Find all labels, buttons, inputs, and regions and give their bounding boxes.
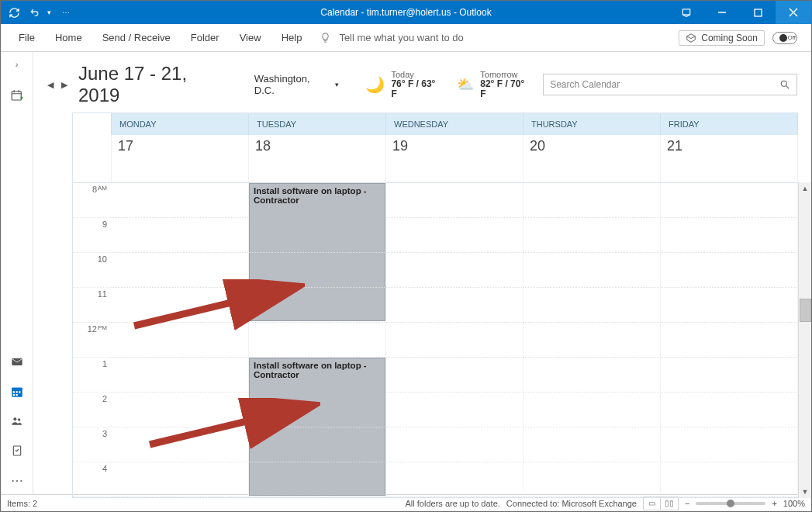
calendar-grid[interactable]: MONDAYTUESDAYWEDNESDAYTHURSDAYFRIDAY1718… bbox=[72, 112, 798, 498]
weather-today[interactable]: 🌙 Today 76° F / 63° F bbox=[365, 70, 443, 99]
time-slot[interactable] bbox=[523, 288, 661, 323]
partly-cloudy-icon: ⛅ bbox=[457, 76, 474, 93]
time-slot[interactable] bbox=[112, 253, 249, 288]
time-slot[interactable] bbox=[249, 462, 386, 497]
chevron-down-icon: ▾ bbox=[335, 81, 339, 88]
prev-week-button[interactable]: ◀ bbox=[47, 80, 54, 90]
time-slot[interactable] bbox=[523, 183, 661, 218]
time-slot[interactable] bbox=[112, 183, 249, 218]
time-slot[interactable] bbox=[661, 462, 798, 497]
maximize-button[interactable] bbox=[740, 1, 776, 24]
coming-soon-toggle[interactable]: Off bbox=[772, 32, 797, 44]
menu-folder[interactable]: Folder bbox=[181, 24, 230, 52]
weather-tomorrow[interactable]: ⛅ Tomorrow 82° F / 70° F bbox=[457, 70, 532, 99]
time-slot[interactable] bbox=[661, 288, 798, 323]
time-slot[interactable]: Install software on laptop - Contractor bbox=[249, 183, 386, 218]
expand-rail-icon[interactable]: › bbox=[9, 57, 25, 72]
time-slot[interactable] bbox=[249, 218, 386, 253]
time-slot[interactable] bbox=[386, 462, 523, 497]
date-number[interactable]: 20 bbox=[523, 135, 661, 182]
tell-me-field[interactable]: Tell me what you want to do bbox=[334, 24, 473, 52]
next-week-button[interactable]: ▶ bbox=[61, 80, 67, 90]
time-slot[interactable] bbox=[523, 358, 661, 393]
zoom-in-button[interactable]: + bbox=[772, 499, 776, 508]
time-slot[interactable] bbox=[661, 323, 798, 358]
search-input[interactable]: Search Calendar bbox=[543, 74, 797, 95]
time-slot[interactable] bbox=[661, 253, 798, 288]
ribbon-display-button[interactable] bbox=[669, 1, 704, 24]
new-event-icon[interactable] bbox=[9, 88, 25, 103]
time-slot[interactable] bbox=[661, 358, 798, 393]
time-slot[interactable] bbox=[112, 358, 249, 393]
time-slot[interactable] bbox=[112, 427, 249, 462]
time-slot[interactable] bbox=[523, 253, 661, 288]
zoom-out-button[interactable]: − bbox=[685, 499, 689, 508]
dow-gutter bbox=[73, 113, 112, 135]
time-slot[interactable] bbox=[386, 393, 523, 427]
svg-line-18 bbox=[786, 86, 790, 89]
time-slot[interactable] bbox=[112, 288, 249, 323]
time-slot[interactable] bbox=[661, 183, 798, 218]
tasks-icon[interactable] bbox=[9, 443, 25, 458]
date-number[interactable]: 18 bbox=[249, 135, 386, 182]
date-number[interactable]: 21 bbox=[661, 135, 798, 182]
time-slot[interactable] bbox=[386, 358, 523, 393]
svg-rect-5 bbox=[12, 92, 21, 100]
coming-soon-button[interactable]: Coming Soon bbox=[679, 30, 765, 46]
time-slot[interactable] bbox=[249, 253, 386, 288]
time-slot[interactable]: Install software on laptop - Contractor bbox=[249, 358, 386, 393]
view-normal-icon[interactable]: ▭ bbox=[644, 497, 661, 510]
time-slot[interactable] bbox=[661, 427, 798, 462]
date-number[interactable]: 19 bbox=[386, 135, 523, 182]
time-slot[interactable] bbox=[249, 288, 386, 323]
time-slot[interactable] bbox=[386, 288, 523, 323]
svg-point-17 bbox=[781, 81, 786, 86]
time-slot[interactable] bbox=[112, 462, 249, 497]
time-slot[interactable] bbox=[112, 393, 249, 427]
time-slot[interactable] bbox=[112, 323, 249, 358]
hour-label: 1 bbox=[73, 358, 112, 393]
calendar-icon[interactable] bbox=[9, 384, 25, 400]
undo-icon[interactable] bbox=[27, 5, 41, 19]
lightbulb-icon[interactable] bbox=[312, 24, 334, 52]
scroll-down-icon[interactable]: ▼ bbox=[802, 486, 809, 498]
minimize-button[interactable] bbox=[704, 1, 740, 24]
time-slot[interactable] bbox=[249, 427, 386, 462]
scroll-up-icon[interactable]: ▲ bbox=[802, 182, 809, 195]
time-slot[interactable] bbox=[661, 393, 798, 427]
time-slot[interactable] bbox=[386, 323, 523, 358]
close-button[interactable] bbox=[776, 1, 811, 24]
time-slot[interactable] bbox=[386, 253, 523, 288]
menu-file[interactable]: File bbox=[9, 24, 45, 52]
zoom-slider[interactable] bbox=[696, 502, 765, 505]
sync-icon[interactable] bbox=[7, 5, 21, 19]
vertical-scrollbar[interactable]: ▲ ▼ bbox=[798, 182, 811, 498]
time-slot[interactable] bbox=[112, 218, 249, 253]
time-slot[interactable] bbox=[523, 323, 661, 358]
time-slot[interactable] bbox=[249, 393, 386, 427]
time-slot[interactable] bbox=[523, 218, 661, 253]
date-number[interactable]: 17 bbox=[112, 135, 249, 182]
time-slot[interactable] bbox=[523, 427, 661, 462]
time-slot[interactable] bbox=[523, 462, 661, 497]
time-slot[interactable] bbox=[386, 427, 523, 462]
view-switcher[interactable]: ▭ ▯▯ bbox=[643, 496, 679, 510]
people-icon[interactable] bbox=[9, 413, 25, 429]
menu-send-receive[interactable]: Send / Receive bbox=[92, 24, 181, 52]
time-slot[interactable] bbox=[386, 218, 523, 253]
location-selector[interactable]: Washington, D.C. ▾ bbox=[254, 73, 340, 96]
qat-overflow-icon[interactable]: ⋯ bbox=[57, 9, 70, 17]
time-slot[interactable] bbox=[386, 183, 523, 218]
time-slot[interactable] bbox=[249, 323, 386, 358]
view-reading-icon[interactable]: ▯▯ bbox=[661, 497, 678, 510]
menu-home[interactable]: Home bbox=[45, 24, 92, 52]
svg-rect-12 bbox=[12, 394, 14, 396]
menu-view[interactable]: View bbox=[230, 24, 271, 52]
time-slot[interactable] bbox=[661, 218, 798, 253]
menu-help[interactable]: Help bbox=[271, 24, 313, 52]
scrollbar-thumb[interactable] bbox=[800, 299, 811, 322]
qat-chevron-icon[interactable]: ▾ bbox=[47, 9, 51, 16]
mail-icon[interactable] bbox=[9, 355, 25, 370]
overflow-icon[interactable]: ⋯ bbox=[9, 472, 25, 488]
time-slot[interactable] bbox=[523, 393, 661, 427]
